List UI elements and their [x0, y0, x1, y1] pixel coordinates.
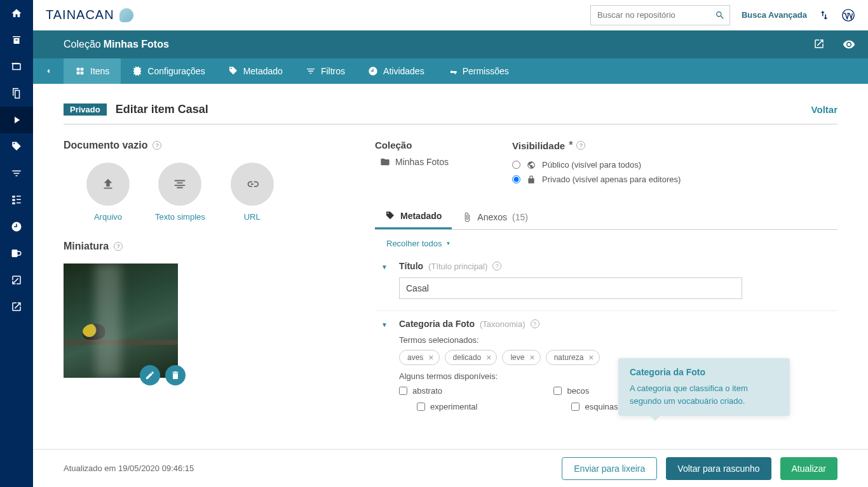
sidebar-archive[interactable] [0, 27, 33, 53]
help-icon[interactable]: ? [531, 319, 539, 328]
tag-remove[interactable]: × [486, 352, 491, 363]
search-icon[interactable] [715, 10, 725, 20]
trash-button[interactable]: Enviar para lixeira [562, 457, 657, 480]
lock-icon [527, 175, 536, 184]
collection-label: Coleção [64, 39, 101, 50]
field-category-name: Categoria da Foto [399, 319, 475, 329]
back-arrow[interactable] [33, 58, 64, 84]
view-icon[interactable] [843, 38, 855, 51]
tag-remove[interactable]: × [529, 352, 534, 363]
tag-item: aves× [399, 350, 440, 365]
logo-text: TAINACAN [46, 8, 114, 22]
doc-file-button[interactable]: Arquivo [86, 163, 130, 222]
tab-activities-label: Atividades [383, 66, 424, 76]
title-input[interactable] [399, 277, 742, 299]
back-link[interactable]: Voltar [811, 104, 837, 115]
tag-remove[interactable]: × [428, 352, 433, 363]
collection-name: Minhas Fotos [104, 39, 169, 50]
topbar: TAINACAN Busca Avançada [33, 0, 868, 30]
attachment-icon [462, 212, 472, 222]
page-header: Privado Editar item Casal Voltar [64, 103, 837, 124]
collection-info-value: Minhas Fotos [375, 157, 449, 167]
sidebar-taxonomy[interactable] [0, 187, 33, 213]
sidebar-tags[interactable] [0, 133, 33, 160]
draft-button[interactable]: Voltar para rascunho [666, 457, 771, 480]
field-title: ▼ Título (Título principal) ? [375, 253, 837, 311]
doc-url-button[interactable]: URL [231, 163, 274, 222]
advanced-search-link[interactable]: Busca Avançada [742, 10, 807, 20]
sidebar-permissions[interactable] [0, 240, 33, 267]
footer: Atualizado em 19/05/2020 09:46:15 Enviar… [33, 449, 868, 487]
tab-metadata[interactable]: Metadado [217, 58, 294, 84]
tag-item: natureza× [546, 350, 600, 365]
new-window-icon[interactable] [813, 38, 825, 51]
doc-text-button[interactable]: Texto simples [155, 163, 205, 222]
visibility-label: Visibilidade* ? [512, 140, 681, 151]
tabs-bar: Itens Configurações Metadado Filtros Ati… [33, 58, 868, 84]
tab-filters[interactable]: Filtros [294, 58, 356, 84]
visibility-private[interactable]: Privado (visível apenas para editores) [512, 172, 681, 187]
sidebar-activities[interactable] [0, 213, 33, 240]
folder-icon [380, 157, 390, 167]
logo[interactable]: TAINACAN [46, 8, 133, 22]
page-title: Editar item Casal [116, 103, 208, 116]
edit-thumbnail-button[interactable] [140, 365, 160, 385]
sidebar-copy[interactable] [0, 80, 33, 107]
help-icon[interactable]: ? [492, 262, 501, 270]
help-icon[interactable]: ? [153, 141, 161, 150]
tag-remove[interactable]: × [588, 352, 593, 363]
tab-activities[interactable]: Atividades [356, 58, 436, 84]
help-icon[interactable]: ? [576, 141, 585, 150]
thumbnail-image [64, 264, 178, 378]
sidebar-current[interactable] [0, 107, 33, 133]
update-button[interactable]: Atualizar [780, 457, 837, 480]
main-sidebar [0, 0, 33, 487]
tag-icon [385, 211, 395, 221]
content: Privado Editar item Casal Voltar Documen… [33, 84, 868, 449]
meta-tab-attachments[interactable]: Anexos (15) [452, 204, 538, 229]
sidebar-export[interactable] [0, 293, 33, 320]
tab-settings-label: Configurações [147, 66, 205, 76]
collapse-toggle[interactable]: ▼ [381, 264, 388, 270]
visibility-public[interactable]: Público (visível para todos) [512, 157, 681, 172]
tab-permissions-label: Permissões [463, 66, 509, 76]
selected-terms-label: Termos selecionados: [399, 335, 837, 345]
sidebar-collections[interactable] [0, 53, 33, 80]
sidebar-filters[interactable] [0, 160, 33, 187]
document-heading: Documento vazio ? [64, 140, 337, 151]
field-title-name: Título [399, 261, 423, 271]
field-category-type: (Taxonomia) [480, 319, 526, 329]
tab-filters-label: Filtros [321, 66, 345, 76]
globe-icon [527, 161, 536, 170]
doc-url-label: URL [244, 212, 261, 222]
sort-icon[interactable] [818, 10, 830, 21]
term-checkbox[interactable]: experimental [399, 402, 477, 411]
delete-thumbnail-button[interactable] [165, 365, 186, 385]
wordpress-icon[interactable] [841, 8, 855, 22]
sidebar-home[interactable] [0, 0, 33, 27]
metadata-tabs: Metadado Anexos (15) [375, 204, 837, 230]
tab-permissions[interactable]: Permissões [436, 58, 520, 84]
field-title-type: (Título principal) [428, 262, 487, 271]
doc-file-label: Arquivo [94, 212, 122, 222]
tag-item: leve× [502, 350, 540, 365]
logo-icon [119, 8, 133, 22]
meta-tab-metadata[interactable]: Metadado [375, 204, 452, 229]
collection-info-label: Coleção [375, 140, 449, 150]
term-checkbox[interactable]: esquinas [553, 402, 618, 411]
tab-settings[interactable]: Configurações [121, 58, 216, 84]
tag-item: delicado× [445, 350, 498, 365]
tab-items[interactable]: Itens [64, 58, 121, 84]
tooltip-text: A categoria que classifica o item segund… [630, 382, 778, 407]
term-checkbox[interactable]: becos [553, 386, 618, 396]
search-box [590, 5, 730, 25]
collapse-all-link[interactable]: Recolher todos ▼ [375, 230, 837, 253]
tooltip-title: Categoria da Foto [630, 367, 778, 377]
sidebar-import[interactable] [0, 267, 33, 293]
tooltip: Categoria da Foto A categoria que classi… [618, 358, 790, 416]
search-input[interactable] [590, 5, 730, 25]
help-icon[interactable]: ? [114, 242, 123, 251]
collapse-toggle[interactable]: ▼ [381, 321, 388, 328]
visibility-badge: Privado [64, 103, 107, 116]
term-checkbox[interactable]: abstrato [399, 386, 477, 396]
